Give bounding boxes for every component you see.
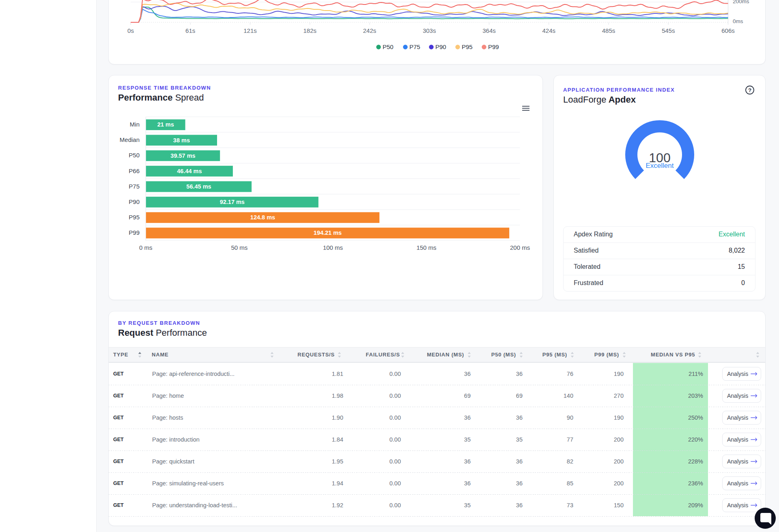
svg-text:P90: P90 (435, 43, 446, 50)
svg-text:606s: 606s (721, 27, 735, 34)
svg-text:182s: 182s (303, 27, 317, 34)
svg-text:46.44 ms: 46.44 ms (177, 168, 202, 174)
svg-text:303s: 303s (423, 27, 436, 34)
svg-text:150 ms: 150 ms (416, 244, 436, 251)
svg-text:P50: P50 (383, 43, 394, 50)
svg-text:121s: 121s (243, 27, 257, 34)
svg-text:P50: P50 (129, 152, 140, 159)
svg-text:242s: 242s (363, 27, 377, 34)
svg-text:200 ms: 200 ms (510, 244, 530, 251)
svg-text:P95: P95 (462, 43, 473, 50)
svg-text:38 ms: 38 ms (173, 137, 190, 144)
svg-text:Median: Median (120, 136, 140, 143)
svg-text:P90: P90 (129, 198, 140, 205)
svg-text:56.45 ms: 56.45 ms (186, 183, 211, 190)
svg-text:P99: P99 (129, 229, 140, 236)
svg-text:194.21 ms: 194.21 ms (314, 230, 342, 236)
svg-text:P66: P66 (129, 167, 140, 174)
svg-text:0s: 0s (127, 27, 134, 34)
svg-text:61s: 61s (185, 27, 195, 34)
svg-text:0ms: 0ms (733, 18, 743, 24)
svg-text:92.17 ms: 92.17 ms (220, 199, 245, 205)
svg-text:124.8 ms: 124.8 ms (250, 214, 275, 221)
svg-text:P75: P75 (409, 43, 420, 50)
svg-text:50 ms: 50 ms (231, 244, 247, 251)
svg-text:21 ms: 21 ms (157, 121, 174, 128)
svg-text:39.57 ms: 39.57 ms (170, 152, 195, 159)
svg-text:P95: P95 (129, 214, 140, 221)
svg-text:Excellent: Excellent (646, 162, 674, 169)
svg-text:P75: P75 (129, 183, 140, 190)
svg-text:424s: 424s (542, 27, 556, 34)
svg-text:100 ms: 100 ms (323, 244, 343, 251)
svg-text:P99: P99 (488, 43, 499, 50)
svg-text:485s: 485s (602, 27, 615, 34)
svg-text:0 ms: 0 ms (139, 244, 153, 251)
svg-text:545s: 545s (662, 27, 675, 34)
svg-text:364s: 364s (482, 27, 496, 34)
svg-text:Min: Min (130, 121, 140, 128)
svg-text:200ms: 200ms (733, 0, 749, 4)
